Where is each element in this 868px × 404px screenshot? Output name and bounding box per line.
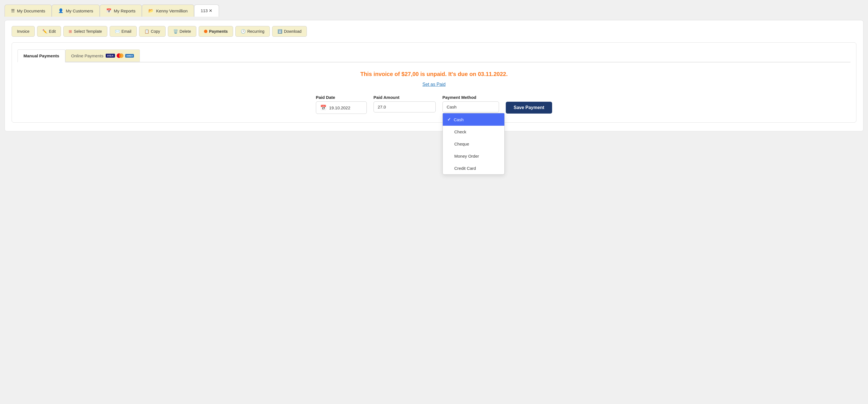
delete-label: Delete (180, 29, 191, 34)
email-label: Email (122, 29, 131, 34)
cash-label: Cash (454, 117, 464, 122)
save-payment-button[interactable]: Save Payment (506, 102, 552, 114)
payment-tabs: Manual Payments Online Payments VISA AME… (18, 50, 850, 62)
recurring-icon: 🕐 (241, 29, 246, 34)
recurring-button[interactable]: 🕐 Recurring (236, 26, 270, 37)
list-icon: ☰ (11, 8, 15, 13)
card-logos: VISA AMEX (106, 53, 134, 58)
recurring-label: Recurring (247, 29, 265, 34)
tab-my-documents[interactable]: ☰ My Documents (4, 4, 52, 17)
select-template-label: Select Template (74, 29, 102, 34)
payment-method-select[interactable]: Cash (442, 101, 499, 113)
tab-my-customers-label: My Customers (66, 8, 93, 13)
tab-kenny-vermillion-label: Kenny Vermillion (156, 8, 188, 13)
download-button[interactable]: ⬇️ Download (272, 26, 307, 37)
dropdown-item-check[interactable]: Check (443, 126, 504, 138)
download-icon: ⬇️ (277, 29, 282, 34)
set-as-paid-container: Set as Paid (18, 82, 850, 87)
set-as-paid-link[interactable]: Set as Paid (423, 82, 445, 87)
tab-my-customers[interactable]: 👤 My Customers (52, 4, 100, 17)
dropdown-item-credit-card[interactable]: Credit Card (443, 162, 504, 174)
selected-method: Cash (447, 104, 457, 109)
payments-dot-icon (204, 30, 207, 33)
copy-label: Copy (151, 29, 160, 34)
unpaid-message: This invoice of $27,00 is unpaid. It's d… (18, 71, 850, 77)
manual-payments-label: Manual Payments (24, 53, 59, 58)
folder-icon: 📂 (148, 8, 154, 13)
reports-icon: 📅 (106, 8, 112, 13)
main-card: Invoice ✏️ Edit ⊞ Select Template ✉️ Ema… (4, 20, 864, 131)
tab-online-payments[interactable]: Online Payments VISA AMEX (65, 50, 140, 62)
calendar-icon: 📅 (320, 104, 327, 111)
tab-manual-payments[interactable]: Manual Payments (18, 50, 65, 62)
paid-amount-group: Paid Amount (374, 95, 436, 113)
tabs-bar: ☰ My Documents 👤 My Customers 📅 My Repor… (4, 4, 864, 17)
edit-button[interactable]: ✏️ Edit (37, 26, 61, 37)
payment-method-dropdown: ✓ Cash Check Cheque M (442, 113, 505, 175)
email-icon: ✉️ (115, 29, 120, 34)
payment-method-wrapper: Cash ✓ Cash Check Cheque (442, 101, 499, 113)
dropdown-item-money-order[interactable]: Money Order (443, 150, 504, 162)
tab-my-reports[interactable]: 📅 My Reports (100, 4, 142, 17)
mastercard-logo (116, 53, 124, 58)
tab-invoice-113-label: 113 ✕ (200, 8, 213, 13)
customers-icon: 👤 (58, 8, 64, 13)
edit-icon: ✏️ (42, 29, 47, 34)
payment-method-label: Payment Method (442, 95, 499, 100)
cheque-label: Cheque (454, 142, 469, 146)
online-payments-label: Online Payments (71, 53, 103, 58)
copy-button[interactable]: 📋 Copy (139, 26, 165, 37)
copy-icon: 📋 (144, 29, 149, 34)
dropdown-item-cash[interactable]: ✓ Cash (443, 113, 504, 126)
money-order-label: Money Order (454, 154, 479, 158)
tab-my-reports-label: My Reports (114, 8, 135, 13)
credit-card-label: Credit Card (454, 166, 476, 170)
check-label: Check (454, 129, 466, 134)
paid-amount-label: Paid Amount (374, 95, 436, 100)
tab-invoice-113[interactable]: 113 ✕ (194, 4, 219, 17)
save-payment-label: Save Payment (514, 105, 545, 110)
payment-method-group: Payment Method Cash ✓ Cash Check (442, 95, 499, 113)
invoice-label: Invoice (17, 29, 29, 34)
download-label: Download (284, 29, 302, 34)
paid-date-input[interactable]: 📅 19.10.2022 (316, 101, 367, 114)
check-icon: ✓ (447, 117, 451, 122)
paid-date-group: Paid Date 📅 19.10.2022 (316, 95, 367, 114)
edit-label: Edit (49, 29, 56, 34)
paid-amount-input[interactable] (374, 101, 436, 113)
dropdown-item-cheque[interactable]: Cheque (443, 138, 504, 150)
tab-my-documents-label: My Documents (17, 8, 45, 13)
visa-logo: VISA (106, 54, 115, 58)
delete-icon: 🗑️ (173, 29, 178, 34)
invoice-button[interactable]: Invoice (11, 26, 35, 37)
amex-logo: AMEX (125, 54, 134, 58)
payment-section: Manual Payments Online Payments VISA AME… (11, 42, 857, 123)
tab-kenny-vermillion[interactable]: 📂 Kenny Vermillion (142, 4, 194, 17)
delete-button[interactable]: 🗑️ Delete (168, 26, 196, 37)
email-button[interactable]: ✉️ Email (110, 26, 137, 37)
payment-form: Paid Date 📅 19.10.2022 Paid Amount Payme… (18, 95, 850, 114)
template-icon: ⊞ (69, 29, 72, 34)
select-template-button[interactable]: ⊞ Select Template (63, 26, 107, 37)
paid-date-value: 19.10.2022 (329, 105, 350, 110)
paid-date-label: Paid Date (316, 95, 367, 100)
toolbar: Invoice ✏️ Edit ⊞ Select Template ✉️ Ema… (11, 26, 857, 37)
payments-label: Payments (209, 29, 228, 34)
payments-button[interactable]: Payments (198, 26, 233, 37)
